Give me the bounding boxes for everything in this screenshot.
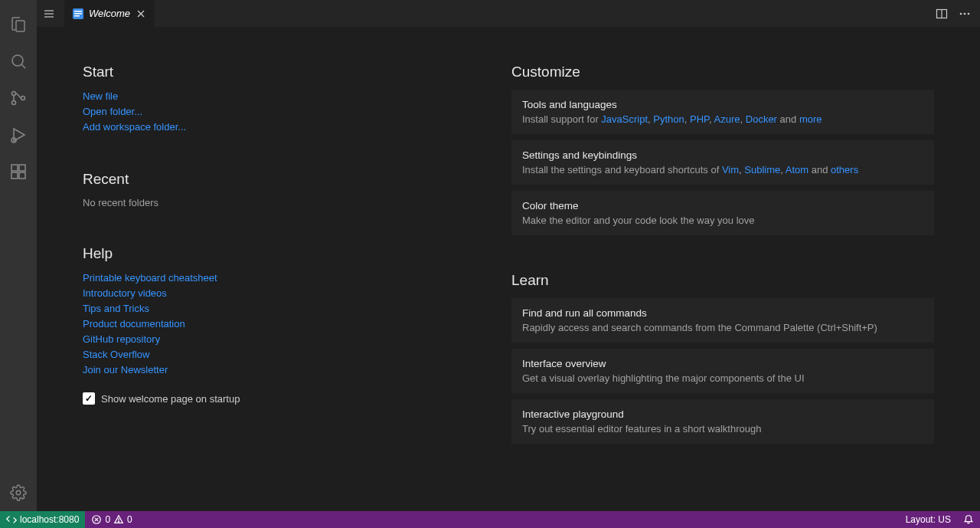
error-icon	[91, 514, 102, 525]
tab-title: Welcome	[89, 8, 130, 19]
svg-rect-16	[74, 13, 82, 15]
activity-bar	[0, 0, 37, 511]
help-link-tips[interactable]: Tips and Tricks	[83, 302, 149, 316]
svg-rect-15	[74, 11, 82, 12]
welcome-tab-icon	[72, 8, 84, 20]
card-title: Color theme	[522, 200, 923, 212]
remote-host: localhost:8080	[20, 514, 79, 525]
svg-line-1	[21, 64, 25, 68]
svg-point-23	[964, 12, 966, 15]
close-icon[interactable]	[135, 8, 147, 20]
customize-section: Customize Tools and languages Install su…	[511, 64, 934, 235]
editor-area: Welcome Start	[37, 0, 980, 511]
problems-status[interactable]: 0 0	[85, 511, 138, 528]
warning-icon	[113, 514, 124, 525]
tab-welcome[interactable]: Welcome	[64, 0, 155, 27]
add-workspace-folder-link[interactable]: Add workspace folder...	[83, 120, 186, 134]
lang-link[interactable]: PHP	[690, 113, 709, 125]
tab-bar: Welcome	[37, 0, 980, 27]
card-find-commands[interactable]: Find and run all commands Rapidly access…	[511, 298, 934, 343]
source-control-icon[interactable]	[0, 80, 37, 116]
welcome-page: Start New file Open folder... Add worksp…	[37, 27, 980, 511]
extensions-icon[interactable]	[0, 153, 37, 190]
card-interactive-playground[interactable]: Interactive playground Try out essential…	[511, 399, 934, 444]
open-folder-link[interactable]: Open folder...	[83, 105, 142, 119]
keymap-link[interactable]: Vim	[722, 164, 739, 175]
help-link-videos[interactable]: Introductory videos	[83, 287, 167, 300]
split-editor-icon[interactable]	[936, 8, 948, 20]
status-bar: localhost:8080 0 0 Layout: US	[0, 511, 980, 528]
show-on-startup-label: Show welcome page on startup	[101, 393, 240, 405]
svg-point-10	[16, 490, 21, 495]
recent-heading: Recent	[83, 171, 450, 188]
svg-rect-9	[19, 165, 25, 171]
warning-count: 0	[127, 514, 132, 525]
start-heading: Start	[83, 64, 450, 80]
card-settings-keybindings[interactable]: Settings and keybindings Install the set…	[511, 140, 934, 185]
explorer-icon[interactable]	[0, 6, 37, 43]
keymap-others-link[interactable]: others	[831, 164, 858, 175]
card-desc: Install support for JavaScript, Python, …	[522, 113, 923, 125]
recent-empty: No recent folders	[83, 197, 450, 208]
svg-rect-8	[19, 172, 25, 179]
notifications-icon[interactable]	[957, 511, 980, 528]
card-desc: Get a visual overlay highlighting the ma…	[522, 372, 923, 384]
help-heading: Help	[83, 245, 450, 262]
card-title: Interface overview	[522, 358, 923, 369]
learn-section: Learn Find and run all commands Rapidly …	[511, 272, 934, 444]
lang-link[interactable]: Docker	[746, 113, 777, 125]
learn-heading: Learn	[511, 272, 934, 289]
svg-point-29	[119, 521, 119, 522]
help-section: Help Printable keyboard cheatsheet Intro…	[83, 245, 450, 405]
lang-link[interactable]: Azure	[714, 113, 740, 125]
help-link-github[interactable]: GitHub repository	[83, 333, 160, 346]
svg-rect-6	[11, 165, 18, 171]
card-desc: Make the editor and your code look the w…	[522, 215, 923, 226]
hamburger-menu-icon[interactable]	[40, 0, 58, 27]
search-icon[interactable]	[0, 43, 37, 80]
svg-point-0	[12, 55, 23, 66]
help-link-docs[interactable]: Product documentation	[83, 317, 185, 331]
svg-point-4	[21, 97, 25, 100]
more-actions-icon[interactable]	[959, 8, 971, 20]
card-color-theme[interactable]: Color theme Make the editor and your cod…	[511, 191, 934, 235]
lang-link[interactable]: Python	[653, 113, 684, 125]
start-section: Start New file Open folder... Add worksp…	[83, 64, 450, 134]
card-interface-overview[interactable]: Interface overview Get a visual overlay …	[511, 349, 934, 393]
new-file-link[interactable]: New file	[83, 90, 118, 103]
card-title: Find and run all commands	[522, 307, 923, 319]
help-link-newsletter[interactable]: Join our Newsletter	[83, 363, 168, 377]
recent-section: Recent No recent folders	[83, 171, 450, 208]
customize-heading: Customize	[511, 64, 934, 80]
svg-rect-7	[11, 172, 18, 179]
svg-point-22	[960, 12, 962, 15]
debug-icon[interactable]	[0, 116, 37, 153]
error-count: 0	[105, 514, 110, 525]
card-tools-languages[interactable]: Tools and languages Install support for …	[511, 90, 934, 134]
card-title: Interactive playground	[522, 408, 923, 420]
card-desc: Install the settings and keyboard shortc…	[522, 164, 923, 175]
keyboard-layout-status[interactable]: Layout: US	[900, 511, 957, 528]
card-title: Tools and languages	[522, 99, 923, 110]
lang-more-link[interactable]: more	[799, 113, 822, 125]
keymap-link[interactable]: Sublime	[744, 164, 780, 175]
card-desc: Try out essential editor features in a s…	[522, 423, 923, 435]
help-link-cheatsheet[interactable]: Printable keyboard cheatsheet	[83, 271, 217, 285]
keymap-link[interactable]: Atom	[786, 164, 808, 175]
show-on-startup-checkbox[interactable]: ✓	[83, 392, 95, 405]
settings-gear-icon[interactable]	[0, 474, 37, 511]
card-desc: Rapidly access and search commands from …	[522, 322, 923, 333]
remote-status[interactable]: localhost:8080	[0, 511, 85, 528]
svg-rect-17	[74, 15, 80, 17]
card-title: Settings and keybindings	[522, 149, 923, 161]
help-link-stackoverflow[interactable]: Stack Overflow	[83, 348, 149, 362]
lang-link[interactable]: JavaScript	[601, 113, 648, 125]
svg-point-2	[12, 92, 16, 96]
svg-point-3	[12, 101, 16, 105]
svg-point-24	[968, 12, 970, 15]
